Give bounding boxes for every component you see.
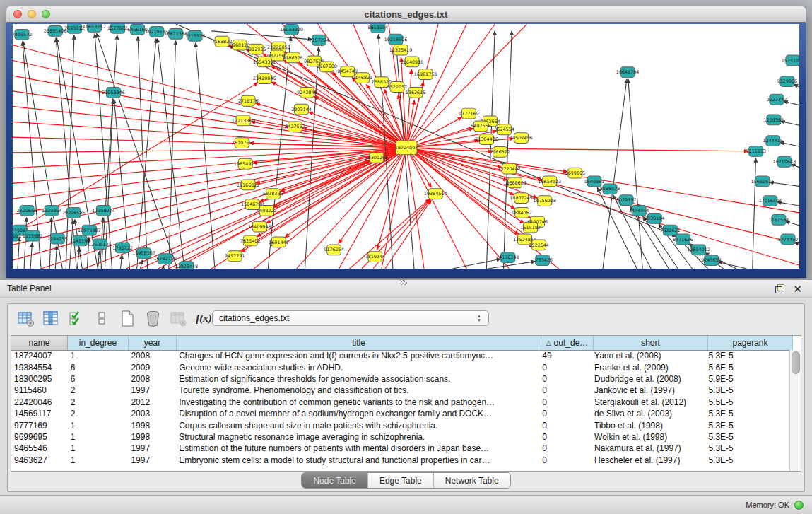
teal-node[interactable]: 9245652: [701, 255, 722, 266]
teal-node[interactable]: 1795722: [112, 243, 133, 253]
table-settings-icon[interactable]: [16, 309, 35, 328]
yellow-node[interactable]: 7986372: [490, 146, 510, 157]
teal-node[interactable]: 10975887: [78, 225, 101, 235]
close-panel-icon[interactable]: ✕: [793, 284, 802, 293]
tab-node-table[interactable]: Node Table: [302, 473, 368, 488]
yellow-node[interactable]: 18724007: [395, 141, 418, 155]
yellow-node[interactable]: 10507496: [510, 133, 533, 144]
teal-node[interactable]: 2935114: [645, 213, 665, 223]
yellow-node[interactable]: 1615192: [520, 222, 541, 233]
teal-node[interactable]: 1244415: [763, 136, 784, 146]
teal-node[interactable]: 17359924: [92, 206, 115, 216]
yellow-node[interactable]: 9176254: [324, 245, 344, 255]
close-window-button[interactable]: [13, 10, 22, 18]
window-titlebar[interactable]: citations_edges.txt: [6, 6, 806, 23]
yellow-node[interactable]: 4498222: [257, 206, 277, 216]
tab-edge-table[interactable]: Edge Table: [368, 473, 434, 488]
teal-node[interactable]: 19218506: [384, 34, 408, 45]
rows-icon[interactable]: [93, 309, 112, 328]
table-row[interactable]: 1456911722003Disruption of a novel membe…: [11, 408, 790, 419]
yellow-node[interactable]: 2803144: [291, 104, 312, 115]
yellow-node[interactable]: 1691445: [269, 237, 289, 247]
column-header-out_de[interactable]: △out_de…: [541, 336, 594, 350]
table-row[interactable]: 977716911998Corpus callosum shape and si…: [11, 419, 790, 431]
teal-node[interactable]: 9227342: [767, 94, 787, 105]
zoom-window-button[interactable]: [42, 10, 50, 18]
column-header-year[interactable]: year: [129, 336, 177, 350]
column-header-in_degree[interactable]: in_degree: [68, 336, 129, 350]
yellow-node[interactable]: 9242848: [297, 87, 317, 98]
teal-node[interactable]: 1774450: [778, 234, 799, 245]
yellow-node[interactable]: 9777169: [459, 108, 479, 119]
teal-node[interactable]: 12505135: [88, 239, 112, 250]
teal-node[interactable]: 7357224: [309, 35, 329, 45]
yellow-node[interactable]: 1362615: [406, 87, 426, 98]
new-table-icon[interactable]: [118, 309, 137, 328]
yellow-node[interactable]: 5878335: [263, 189, 283, 199]
teal-node[interactable]: 15751074: [782, 55, 799, 66]
network-canvas[interactable]: 2405572208914067693012106532571527602646…: [13, 24, 799, 269]
yellow-node[interactable]: 6497568: [471, 121, 491, 132]
yellow-node[interactable]: 8186328: [283, 52, 303, 63]
yellow-node[interactable]: 7819344: [365, 252, 386, 262]
yellow-node[interactable]: 15720407: [498, 163, 521, 174]
teal-node[interactable]: 1167534: [769, 214, 789, 225]
teal-node[interactable]: 7515526: [185, 30, 206, 41]
minimize-window-button[interactable]: [28, 10, 36, 18]
teal-node[interactable]: 9329966: [777, 76, 798, 87]
column-visibility-icon[interactable]: [42, 309, 61, 328]
citation-network-graph[interactable]: 2405572208914067693012106532571527602646…: [13, 24, 799, 269]
teal-node[interactable]: 8938923: [600, 184, 620, 194]
vertical-scrollbar[interactable]: [789, 350, 801, 471]
tab-network-table[interactable]: Network Table: [434, 473, 510, 488]
float-window-icon[interactable]: [775, 284, 784, 293]
column-header-pagerank[interactable]: pagerank: [708, 336, 793, 350]
yellow-node[interactable]: 18640910: [401, 57, 424, 67]
select-all-columns-icon[interactable]: [67, 309, 86, 328]
teal-node[interactable]: 16033809: [280, 24, 303, 35]
teal-node[interactable]: 12923448: [175, 262, 199, 269]
yellow-node[interactable]: 9146821: [353, 73, 373, 83]
teal-node[interactable]: 1115682: [23, 230, 43, 241]
teal-node[interactable]: 20206586: [62, 208, 86, 218]
yellow-node[interactable]: 2967608: [317, 62, 337, 72]
scrollbar-thumb[interactable]: [792, 351, 800, 374]
column-header-short[interactable]: short: [594, 336, 708, 350]
teal-node[interactable]: 1294275: [47, 233, 68, 244]
yellow-node[interactable]: 9457791: [225, 251, 245, 262]
yellow-node[interactable]: 10756928: [533, 196, 556, 206]
column-header-title[interactable]: title: [177, 336, 541, 350]
teal-node[interactable]: 20891406: [44, 25, 67, 36]
teal-node[interactable]: 8813054: [368, 24, 389, 33]
teal-node[interactable]: 1209388: [764, 115, 784, 125]
teal-node[interactable]: 16648784: [616, 67, 640, 78]
yellow-node[interactable]: 1810755: [232, 138, 252, 148]
teal-node[interactable]: 10653257: [83, 24, 106, 32]
delete-table-icon[interactable]: [143, 309, 163, 328]
yellow-node[interactable]: 9884067: [512, 208, 532, 218]
teal-node[interactable]: 17016504: [759, 196, 782, 206]
teal-node[interactable]: 15692971: [751, 176, 775, 187]
teal-node[interactable]: 21053346: [102, 87, 125, 98]
yellow-node[interactable]: 16961758: [414, 69, 437, 80]
function-builder-icon[interactable]: f(x): [194, 309, 213, 328]
column-header-name[interactable]: name: [11, 336, 68, 350]
yellow-node[interactable]: 8522057: [387, 82, 408, 93]
table-row[interactable]: 946554611997Estimation of the future num…: [11, 443, 790, 454]
table-row[interactable]: 911546021997Tourette syndrome. Phenomeno…: [11, 385, 790, 396]
yellow-node[interactable]: 9699695: [565, 168, 586, 178]
table-select-dropdown[interactable]: citations_edges.txt ▲▼: [212, 310, 489, 326]
table-row[interactable]: 1872400712008Changes of HCN gene express…: [11, 350, 790, 361]
yellow-node[interactable]: 8912935: [246, 44, 266, 54]
yellow-node[interactable]: 8427552: [285, 122, 305, 132]
teal-node[interactable]: 16958167: [132, 248, 155, 259]
teal-node[interactable]: 1640951: [584, 176, 605, 187]
table-row[interactable]: 1938455462009Genome-wide association stu…: [11, 361, 790, 373]
yellow-node[interactable]: 2522544: [529, 240, 549, 250]
teal-node[interactable]: 14136141: [496, 252, 519, 263]
teal-node[interactable]: 1929364: [42, 206, 62, 216]
yellow-node[interactable]: 21364436: [475, 134, 498, 145]
yellow-node[interactable]: 7625402: [240, 235, 261, 246]
yellow-node[interactable]: 2718176: [238, 95, 259, 106]
teal-node[interactable]: 3474444: [629, 206, 649, 216]
